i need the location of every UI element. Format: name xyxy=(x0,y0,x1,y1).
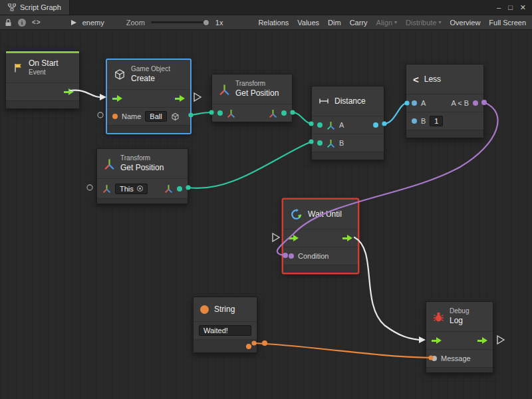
cube-icon xyxy=(114,68,126,80)
node-group: Game Object xyxy=(131,65,170,74)
transform-icon xyxy=(327,139,335,148)
node-get-position-ball[interactable]: Transform Get Position xyxy=(211,74,293,122)
node-title: Get Position xyxy=(120,163,164,173)
node-footer xyxy=(312,152,384,160)
toolbar-buttons: Relations Values Dim Carry Align ▾ Distr… xyxy=(258,19,527,27)
position-output-port[interactable] xyxy=(281,110,287,116)
input-a-port[interactable] xyxy=(317,122,323,128)
node-wait-until[interactable]: Wait Until Condition xyxy=(283,199,358,273)
wire-arrowhead-icon xyxy=(419,336,426,343)
flow-input-port[interactable] xyxy=(432,337,442,344)
node-debug-log[interactable]: Debug Log Message xyxy=(426,301,493,373)
zoom-slider-handle[interactable] xyxy=(203,19,209,26)
graph-canvas[interactable]: On Start Event Game Object Create xyxy=(0,30,532,399)
flow-arrow-icon xyxy=(273,233,279,241)
values-button[interactable]: Values xyxy=(297,19,319,27)
node-title: On Start xyxy=(29,59,59,68)
relations-button[interactable]: Relations xyxy=(258,19,289,27)
port-label: Message xyxy=(441,354,471,362)
node-footer xyxy=(107,125,190,133)
code-icon[interactable]: <> xyxy=(32,19,41,26)
flow-output-port[interactable] xyxy=(477,337,487,344)
wire-string-to-log[interactable] xyxy=(254,343,431,358)
zoom-slider[interactable] xyxy=(151,21,209,23)
dim-button[interactable]: Dim xyxy=(328,19,341,27)
position-output-port[interactable] xyxy=(177,186,182,192)
transform-input-port[interactable] xyxy=(217,110,223,116)
transform-icon xyxy=(219,84,230,95)
message-input-port[interactable] xyxy=(432,356,437,361)
tab-title: Script Graph xyxy=(20,3,61,11)
target-value-field[interactable]: This xyxy=(115,184,148,194)
less-than-icon: < xyxy=(413,74,419,84)
distribute-dropdown[interactable]: Distribute ▾ xyxy=(406,19,441,27)
input-b-port[interactable] xyxy=(317,140,323,146)
flow-output-port[interactable] xyxy=(175,95,185,102)
graph-icon xyxy=(8,3,16,11)
node-less[interactable]: < Less A A < B B 1 xyxy=(406,64,484,138)
port-label: B xyxy=(339,139,344,147)
b-value-field[interactable]: 1 xyxy=(430,116,443,126)
chevron-down-icon: ▾ xyxy=(394,19,397,25)
object-picker-icon[interactable] xyxy=(137,186,143,192)
wire-getposition-to-distance-a[interactable] xyxy=(293,112,311,124)
overview-button[interactable]: Overview xyxy=(450,19,481,27)
zoom-label: Zoom xyxy=(126,19,145,27)
name-value-field[interactable]: Ball xyxy=(145,111,166,122)
node-footer xyxy=(406,130,483,138)
string-value-field[interactable]: Waited! xyxy=(199,325,251,336)
input-a-port[interactable] xyxy=(412,100,417,106)
node-footer xyxy=(6,100,79,108)
input-b-port[interactable] xyxy=(412,118,417,124)
target-value-text: This xyxy=(120,185,134,193)
maximize-button[interactable]: □ xyxy=(508,3,513,11)
node-game-object-create[interactable]: Game Object Create Name Ball xyxy=(106,59,191,134)
bug-icon xyxy=(433,311,444,323)
wire-getposition-to-distance-b[interactable] xyxy=(188,142,311,188)
flow-input-port[interactable] xyxy=(289,235,299,241)
tab-script-graph[interactable]: Script Graph xyxy=(0,0,70,15)
full-screen-button[interactable]: Full Screen xyxy=(489,19,526,27)
unconnected-port-ring xyxy=(98,112,103,118)
node-get-position-this[interactable]: Transform Get Position This xyxy=(96,148,188,204)
wire-waituntil-to-log[interactable] xyxy=(354,237,419,340)
wire-distance-to-less[interactable] xyxy=(384,103,407,124)
align-dropdown[interactable]: Align ▾ xyxy=(376,19,397,27)
flow-output-port[interactable] xyxy=(342,235,352,241)
string-output-port[interactable] xyxy=(246,344,251,349)
flow-arrow-icon xyxy=(497,336,504,344)
output-label: A < B xyxy=(451,99,469,107)
carry-button[interactable]: Carry xyxy=(350,19,368,27)
flow-input-port[interactable] xyxy=(112,95,122,102)
result-output-port[interactable] xyxy=(373,122,378,128)
node-group: Transform xyxy=(120,154,164,163)
port-label: Name xyxy=(122,112,141,120)
target-object-name[interactable]: enemy xyxy=(82,19,104,27)
close-button[interactable]: ✕ xyxy=(520,3,526,12)
condition-input-port[interactable] xyxy=(289,253,294,259)
transform-icon xyxy=(269,109,277,118)
flow-output-port[interactable] xyxy=(64,88,74,95)
zoom-value: 1x xyxy=(215,19,223,27)
chevron-down-icon: ▾ xyxy=(439,19,442,25)
node-title: Less xyxy=(424,74,441,84)
node-distance[interactable]: Distance A B xyxy=(311,86,384,160)
node-group: Transform xyxy=(235,80,279,88)
result-output-port[interactable] xyxy=(473,100,478,106)
wire-create-to-getposition[interactable] xyxy=(191,112,211,115)
distance-icon xyxy=(319,96,329,106)
game-object-picker-icon[interactable] xyxy=(171,112,180,121)
lock-icon[interactable] xyxy=(5,19,12,27)
graph-toolbar: i <> enemy Zoom 1x Relations Values Dim … xyxy=(0,15,532,30)
node-subtitle: Event xyxy=(29,68,59,77)
wire-arrowhead-icon xyxy=(100,94,106,100)
transform-icon xyxy=(327,121,335,130)
info-icon[interactable]: i xyxy=(18,19,26,27)
minimize-button[interactable]: – xyxy=(497,3,501,11)
name-input-port[interactable] xyxy=(112,114,118,119)
node-on-start-event[interactable]: On Start Event xyxy=(5,51,80,109)
node-title: Distance xyxy=(334,96,366,106)
node-footer xyxy=(97,198,188,203)
node-group: Debug xyxy=(450,307,469,316)
node-string-literal[interactable]: String Waited! xyxy=(193,297,257,353)
